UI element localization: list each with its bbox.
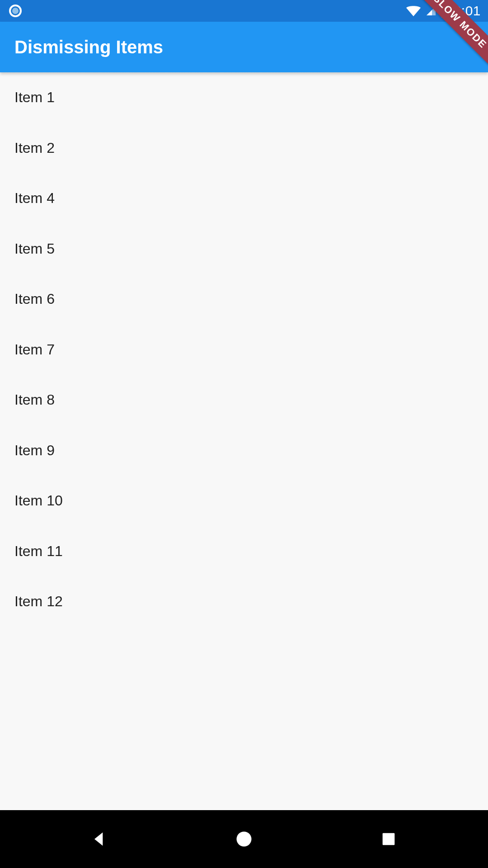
list-item-label: Item 12 bbox=[14, 593, 63, 610]
list-item-label: Item 9 bbox=[14, 442, 55, 459]
back-button[interactable] bbox=[54, 821, 145, 857]
list-item-label: Item 2 bbox=[14, 140, 55, 156]
list-item[interactable]: Item 6 bbox=[0, 274, 488, 325]
list-item-label: Item 6 bbox=[14, 291, 55, 307]
list-item[interactable]: Item 10 bbox=[0, 476, 488, 526]
square-recent-icon bbox=[380, 830, 398, 848]
page-title: Dismissing Items bbox=[14, 37, 163, 57]
app-indicator-icon bbox=[9, 5, 22, 17]
list-item-label: Item 1 bbox=[14, 89, 55, 106]
list-item[interactable]: Item 4 bbox=[0, 173, 488, 224]
list-item[interactable]: Item 1 bbox=[0, 72, 488, 123]
home-button[interactable] bbox=[199, 821, 289, 857]
svg-point-0 bbox=[237, 832, 252, 847]
list-item[interactable]: Item 8 bbox=[0, 375, 488, 425]
list-item[interactable]: Item 7 bbox=[0, 325, 488, 375]
list-item[interactable]: Item 9 bbox=[0, 425, 488, 476]
app-bar: Dismissing Items bbox=[0, 22, 488, 72]
status-bar: 2:01 bbox=[0, 0, 488, 22]
list-item-label: Item 10 bbox=[14, 492, 63, 509]
list-item[interactable]: Item 11 bbox=[0, 526, 488, 577]
list-item-label: Item 11 bbox=[14, 543, 63, 560]
recent-apps-button[interactable] bbox=[343, 821, 434, 857]
list-item-label: Item 7 bbox=[14, 341, 55, 358]
circle-home-icon bbox=[234, 829, 254, 849]
list-item[interactable]: Item 5 bbox=[0, 224, 488, 274]
status-left bbox=[9, 5, 22, 17]
system-nav-bar bbox=[0, 810, 488, 868]
list-item-label: Item 8 bbox=[14, 392, 55, 408]
triangle-back-icon bbox=[89, 829, 109, 849]
list-item-label: Item 5 bbox=[14, 241, 55, 257]
wifi-icon bbox=[406, 5, 421, 16]
list-item[interactable]: Item 2 bbox=[0, 123, 488, 174]
dismissible-list[interactable]: Item 1 Item 2 Item 4 Item 5 Item 6 Item … bbox=[0, 72, 488, 810]
svg-rect-1 bbox=[383, 833, 395, 845]
list-item-label: Item 4 bbox=[14, 190, 55, 207]
list-item[interactable]: Item 12 bbox=[0, 576, 488, 627]
